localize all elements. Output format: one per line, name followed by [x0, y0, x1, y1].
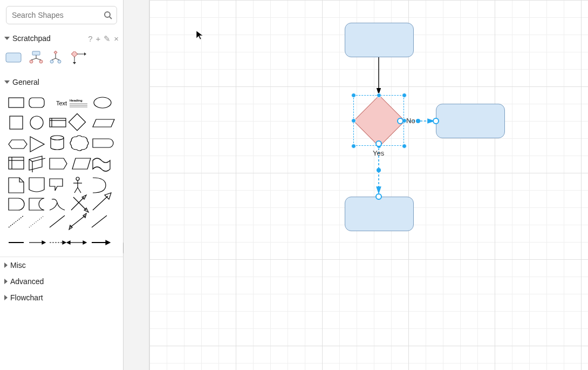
svg-rect-36	[9, 157, 24, 169]
resize-handle[interactable]	[351, 118, 356, 123]
scratchpad-shape-flow1[interactable]	[28, 51, 43, 66]
svg-line-54	[50, 216, 65, 227]
search-input[interactable]	[6, 6, 117, 24]
svg-point-0	[105, 12, 110, 17]
resize-handle[interactable]	[351, 93, 356, 98]
svg-point-6	[39, 60, 43, 63]
scratchpad-help-icon[interactable]: ?	[88, 35, 92, 43]
scratchpad-title: Scratchpad	[12, 34, 51, 43]
svg-rect-20	[9, 98, 24, 107]
svg-marker-32	[93, 119, 114, 127]
resize-handle[interactable]	[377, 93, 381, 98]
svg-line-52	[9, 216, 24, 227]
resize-handle[interactable]	[402, 93, 407, 98]
svg-marker-68	[106, 240, 110, 245]
connection-port[interactable]	[433, 118, 439, 124]
canvas[interactable]: No Yes	[149, 0, 588, 370]
node-right[interactable]	[436, 104, 505, 138]
resize-handle[interactable]	[351, 144, 356, 149]
svg-line-53	[29, 216, 44, 227]
scratchpad-shape-flow3[interactable]	[70, 51, 86, 66]
svg-marker-19	[73, 62, 76, 64]
svg-line-1	[110, 17, 112, 19]
node-start[interactable]	[345, 23, 414, 57]
scratchpad-close-icon[interactable]: ×	[114, 35, 119, 43]
svg-point-35	[51, 136, 64, 140]
svg-point-73	[377, 168, 381, 172]
svg-marker-65	[67, 241, 70, 244]
svg-line-58	[92, 216, 107, 227]
svg-rect-9	[54, 51, 57, 54]
flowchart-header[interactable]: Flowchart	[0, 290, 123, 306]
connection-port[interactable]	[375, 193, 382, 200]
svg-rect-31	[69, 113, 85, 130]
shapes-grid[interactable]: Text Heading	[6, 93, 117, 250]
heading-shape: Heading	[70, 99, 83, 102]
scratchpad-edit-icon[interactable]: ✎	[104, 35, 111, 43]
svg-point-11	[50, 60, 53, 63]
chevron-down-icon	[4, 80, 10, 84]
advanced-header[interactable]: Advanced	[0, 273, 123, 290]
scratchpad-shape-rect[interactable]	[5, 52, 22, 65]
svg-point-25	[94, 97, 111, 108]
chevron-right-icon	[4, 263, 8, 268]
chevron-right-icon	[4, 295, 8, 300]
connection-port[interactable]	[375, 140, 382, 147]
sidebar: Scratchpad ? + ✎ × General Te	[0, 0, 124, 370]
chevron-right-icon	[4, 279, 8, 284]
svg-line-55	[70, 216, 85, 227]
general-shapes-palette: Text Heading	[0, 90, 123, 257]
svg-line-44	[74, 187, 78, 193]
svg-line-7	[31, 58, 36, 60]
scratchpad-shape-flow2[interactable]	[50, 51, 64, 66]
chevron-down-icon	[4, 37, 10, 40]
svg-point-5	[30, 60, 33, 63]
svg-marker-39	[50, 158, 67, 169]
search-shapes	[6, 6, 117, 24]
svg-rect-26	[10, 116, 23, 129]
misc-header[interactable]: Misc	[0, 257, 123, 273]
svg-point-27	[30, 116, 43, 129]
connection-port[interactable]	[397, 118, 404, 124]
selection-box	[353, 95, 404, 146]
ruler-vertical	[124, 0, 149, 370]
misc-title: Misc	[10, 261, 26, 270]
svg-rect-15	[71, 51, 77, 57]
svg-line-46	[71, 197, 84, 210]
scratchpad-items	[0, 46, 123, 74]
svg-point-12	[58, 60, 61, 63]
general-header[interactable]: General	[0, 74, 123, 90]
svg-line-14	[56, 58, 59, 60]
flowchart-title: Flowchart	[10, 293, 43, 302]
advanced-title: Advanced	[10, 277, 44, 286]
svg-marker-63	[63, 241, 66, 244]
canvas-area: No Yes	[124, 0, 588, 370]
svg-line-45	[78, 187, 81, 193]
edge-label-yes[interactable]: Yes	[373, 149, 384, 157]
scratchpad-add-icon[interactable]: +	[95, 35, 100, 43]
edge-label-no[interactable]: No	[406, 117, 415, 125]
search-icon[interactable]	[104, 11, 112, 21]
svg-line-13	[52, 58, 56, 60]
svg-line-8	[36, 58, 41, 60]
svg-marker-34	[30, 137, 44, 152]
node-bottom[interactable]	[345, 197, 414, 231]
svg-rect-3	[32, 51, 40, 55]
svg-point-71	[416, 119, 420, 123]
svg-marker-61	[42, 241, 45, 244]
svg-line-50	[93, 196, 108, 210]
svg-marker-40	[72, 158, 91, 169]
svg-rect-2	[6, 53, 21, 62]
svg-rect-21	[29, 98, 44, 107]
text-shape: Text	[56, 100, 67, 106]
resize-handle[interactable]	[402, 144, 407, 149]
svg-marker-33	[9, 140, 27, 149]
svg-point-41	[76, 177, 79, 180]
general-title: General	[12, 78, 39, 86]
diagram-connectors	[149, 0, 311, 81]
svg-marker-66	[83, 241, 86, 244]
scratchpad-header[interactable]: Scratchpad ? + ✎ ×	[0, 30, 123, 46]
svg-marker-17	[84, 52, 86, 56]
